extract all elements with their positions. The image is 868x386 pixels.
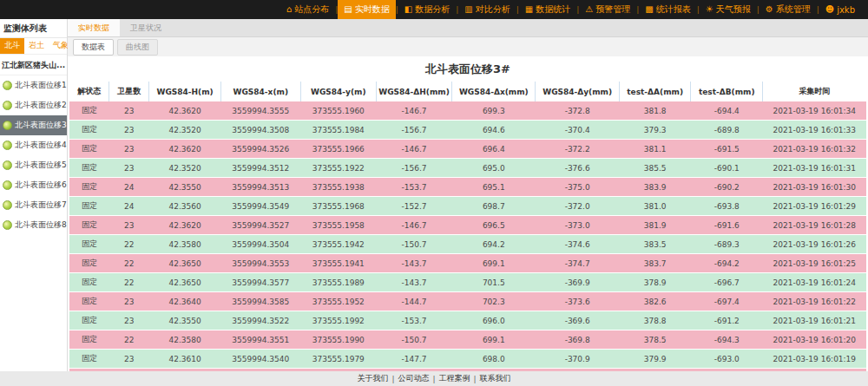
main-tab-1[interactable]: 实时数据 — [68, 19, 120, 36]
footer-separator: | — [391, 375, 394, 383]
table-cell: -697.4 — [691, 292, 763, 311]
table-cell: 22 — [109, 273, 149, 292]
nav-item-label: 预警管理 — [595, 3, 630, 16]
nav-item-weather-forecast[interactable]: ☀天气预报 — [700, 0, 757, 19]
table-cell: 378.5 — [619, 330, 691, 350]
satellite-icon — [3, 121, 12, 130]
satellite-icon — [3, 180, 12, 190]
table-cell: 3559994.3508 — [220, 121, 300, 140]
table-cell: 42.3560 — [149, 197, 221, 216]
table-cell: -370.4 — [536, 121, 619, 140]
table-cell: 699.1 — [452, 330, 536, 350]
table-cell: 2021-03-19 16:01:29 — [763, 197, 866, 216]
sidebar-tab-1[interactable]: 北斗 — [0, 38, 24, 54]
sidebar-item-8[interactable]: 北斗表面位移8# — [0, 215, 67, 235]
sidebar-item-6[interactable]: 北斗表面位移6# — [0, 175, 67, 195]
table-cell: 22 — [109, 254, 149, 273]
footer-link-1[interactable]: 关于我们 — [357, 373, 388, 384]
sub-tab-2[interactable]: 曲线图 — [117, 39, 158, 56]
footer-link-2[interactable]: 公司动态 — [398, 373, 429, 384]
main-tab-bar: 实时数据卫星状况 — [68, 19, 868, 37]
sidebar-item-label: 北斗表面位移4# — [15, 140, 67, 151]
footer-link-4[interactable]: 联系我们 — [480, 373, 511, 384]
table-cell: 381.0 — [619, 197, 691, 216]
nav-item-realtime-data[interactable]: ▤实时数据 — [338, 0, 395, 19]
table-cell: -691.6 — [691, 216, 763, 235]
table-cell: 378.9 — [619, 273, 691, 292]
table-cell: 381.9 — [619, 216, 691, 235]
table-cell: -691.5 — [691, 140, 763, 159]
table-cell: 699.1 — [452, 254, 536, 273]
system-gear-icon: ⚙ — [766, 5, 773, 14]
table-cell: 42.3620 — [149, 140, 221, 159]
nav-item-site-distribution[interactable]: ⌂站点分布 — [280, 0, 335, 19]
table-cell: 381.1 — [619, 140, 691, 159]
nav-item-label: 数据统计 — [536, 3, 570, 16]
nav-item-data-analysis[interactable]: ◧数据分析 — [398, 0, 456, 19]
sidebar-item-7[interactable]: 北斗表面位移7# — [0, 195, 67, 215]
table-cell: -690.1 — [691, 159, 763, 178]
table-cell: -375.0 — [536, 178, 619, 197]
user-menu[interactable]: ☻ jxkb — [819, 0, 861, 19]
nav-item-compare-analysis[interactable]: ▥对比分析 — [458, 0, 516, 19]
sidebar-item-5[interactable]: 北斗表面位移5# — [0, 155, 67, 175]
column-header: test-ΔA(mm) — [619, 82, 691, 101]
nav-item-warning-management[interactable]: ⚠预警管理 — [579, 0, 636, 19]
table-cell: 固定 — [69, 350, 109, 369]
table-cell: 2021-03-19 16:01:21 — [763, 311, 866, 330]
table-row: 固定2242.35803559994.3551373555.1990-150.7… — [69, 330, 866, 350]
table-cell: -374.7 — [536, 254, 619, 273]
data-statistics-icon: ▦ — [525, 5, 533, 14]
column-header: 采集时间 — [763, 82, 866, 101]
sidebar-item-label: 北斗表面位移7# — [15, 200, 67, 211]
sidebar-item-4[interactable]: 北斗表面位移4# — [0, 135, 67, 155]
table-cell: 42.3520 — [149, 121, 221, 140]
table-cell: -147.7 — [376, 350, 451, 369]
sidebar-title: 监测体列表 — [0, 19, 67, 38]
user-icon: ☻ — [825, 5, 834, 14]
table-cell: 383.7 — [619, 254, 691, 273]
table-cell: 379.3 — [619, 121, 691, 140]
table-cell: -694.4 — [691, 101, 763, 121]
table-cell: 22 — [109, 330, 149, 350]
column-header: WGS84-Δy(mm) — [536, 82, 619, 101]
column-header: WGS84-y(m) — [300, 82, 376, 101]
sidebar-item-1[interactable]: 北斗表面位移1# — [0, 75, 67, 95]
table-cell: 固定 — [69, 101, 109, 121]
sidebar-group-label[interactable]: 江北新区猪头山... — [0, 55, 67, 75]
table-cell: -373.6 — [536, 292, 619, 311]
table-row: 固定2242.35803559994.3504373555.1942-150.7… — [69, 235, 866, 254]
table-cell: 2021-03-19 16:01:20 — [763, 330, 866, 350]
table-row: 固定2342.35203559994.3512373555.1922-156.7… — [69, 159, 866, 178]
nav-item-system-management[interactable]: ⚙系统管理 — [760, 0, 817, 19]
table-cell: 固定 — [69, 216, 109, 235]
table-cell: 2021-03-19 16:01:24 — [763, 273, 866, 292]
table-cell: 3559994.3540 — [220, 350, 300, 369]
footer: 关于我们|公司动态|工程案例|联系我们 — [0, 371, 868, 386]
sidebar-item-3[interactable]: 北斗表面位移3# — [0, 115, 67, 135]
table-cell: -689.8 — [691, 121, 763, 140]
table-cell: 373555.1984 — [300, 121, 376, 140]
table-cell: 698.0 — [452, 350, 536, 369]
table-cell: 3559994.3522 — [220, 311, 300, 330]
table-cell: 373555.1990 — [300, 330, 376, 350]
main-panel: 实时数据卫星状况 数据表曲线图 北斗表面位移3# 解状态卫星数WGS84-H(m… — [68, 19, 868, 371]
nav-item-data-statistics[interactable]: ▦数据统计 — [519, 0, 576, 19]
table-cell: 694.6 — [452, 121, 536, 140]
table-cell: -374.6 — [536, 235, 619, 254]
main-tab-2[interactable]: 卫星状况 — [120, 19, 172, 36]
table-cell: -696.7 — [691, 273, 763, 292]
sidebar-item-2[interactable]: 北斗表面位移2# — [0, 95, 67, 115]
top-nav-bar: ⌂站点分布|▤实时数据|◧数据分析|▥对比分析|▦数据统计|⚠预警管理|▩统计报… — [0, 0, 868, 19]
nav-item-statistic-report[interactable]: ▩统计报表 — [639, 0, 696, 19]
satellite-icon — [3, 220, 12, 230]
table-cell: 22 — [109, 235, 149, 254]
footer-link-3[interactable]: 工程案例 — [439, 373, 470, 384]
table-cell: 固定 — [69, 178, 109, 197]
table-cell: 23 — [109, 292, 149, 311]
sub-tab-1[interactable]: 数据表 — [73, 39, 114, 56]
table-cell: 固定 — [69, 311, 109, 330]
table-cell: 373555.1979 — [300, 350, 376, 369]
sidebar-tab-2[interactable]: 岩土 — [24, 38, 49, 54]
table-cell: 23 — [109, 140, 149, 159]
